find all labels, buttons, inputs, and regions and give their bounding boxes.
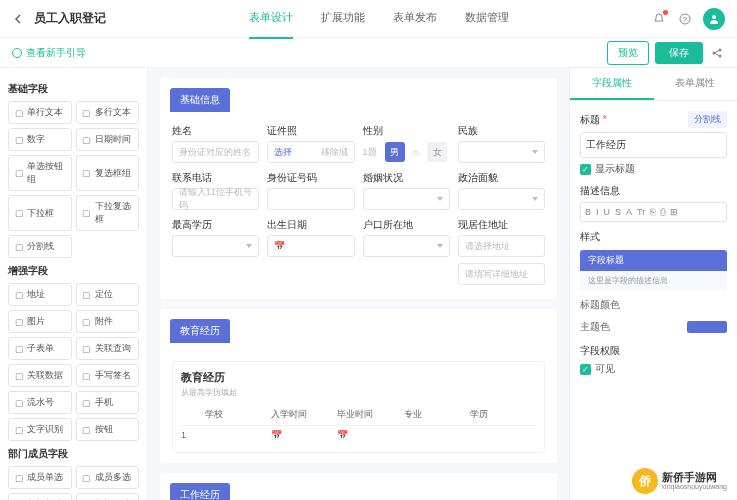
- radio-option[interactable]: 男: [385, 142, 405, 162]
- form-field[interactable]: 身份证号码: [267, 171, 354, 210]
- section-header[interactable]: 工作经历: [170, 483, 230, 500]
- table-head: 学校 入学时间 毕业时间 专业 学历: [181, 404, 536, 426]
- form-field[interactable]: 政治面貌: [458, 171, 545, 210]
- notification-dot: [663, 10, 668, 15]
- theme-color-swatch[interactable]: [687, 321, 727, 333]
- field-chip[interactable]: ▢单选按钮组: [8, 155, 72, 191]
- subform-hint: 从最高学历填起: [181, 387, 536, 398]
- field-chip[interactable]: ▢部门单选: [8, 493, 72, 500]
- form-field[interactable]: 户口所在地: [363, 218, 450, 285]
- field-chip[interactable]: ▢单行文本: [8, 101, 72, 124]
- share-icon[interactable]: [709, 45, 725, 61]
- field-chip[interactable]: ▢定位: [76, 283, 140, 306]
- text-input[interactable]: 身份证对应的姓名: [172, 141, 259, 163]
- toolbar-item[interactable]: B: [585, 207, 591, 217]
- field-chip[interactable]: ▢多行文本: [76, 101, 140, 124]
- field-chip[interactable]: ▢成员多选: [76, 466, 140, 489]
- back-icon[interactable]: [12, 12, 26, 26]
- text-input[interactable]: [267, 188, 354, 210]
- radio-option[interactable]: 女: [427, 142, 447, 162]
- visible-checkbox[interactable]: ✓ 可见: [580, 362, 727, 376]
- section-header[interactable]: 教育经历: [170, 319, 230, 343]
- field-chip[interactable]: ▢下拉复选框: [76, 195, 140, 231]
- subform-education[interactable]: 教育经历 从最高学历填起 学校 入学时间 毕业时间 专业 学历 1 📅: [172, 361, 545, 453]
- style-preview-title[interactable]: 字段标题: [580, 250, 727, 271]
- field-chip[interactable]: ▢流水号: [8, 391, 72, 414]
- cell-start[interactable]: 📅: [271, 430, 337, 440]
- toolbar-item[interactable]: A: [626, 207, 632, 217]
- field-chip[interactable]: ▢按钮: [76, 418, 140, 441]
- form-field[interactable]: 性别1题男○女: [363, 124, 450, 163]
- field-chip[interactable]: ▢子表单: [8, 337, 72, 360]
- date-input[interactable]: 📅: [267, 235, 354, 257]
- form-field[interactable]: 现居住地址请选择地址请填写详细地址: [458, 218, 545, 285]
- text-input[interactable]: 请选择地址: [458, 235, 545, 257]
- toolbar-item[interactable]: ⎘: [650, 207, 655, 217]
- toolbar-item[interactable]: U: [604, 207, 611, 217]
- tab-data[interactable]: 数据管理: [465, 0, 509, 39]
- toolbar-item[interactable]: S: [615, 207, 621, 217]
- form-field[interactable]: 出生日期 📅: [267, 218, 354, 285]
- field-icon: ▢: [14, 398, 24, 408]
- text-input[interactable]: 请填写详细地址: [458, 263, 545, 285]
- show-title-checkbox[interactable]: ✓ 显示标题: [580, 162, 727, 176]
- field-chip[interactable]: ▢关联数据: [8, 364, 72, 387]
- form-field[interactable]: 民族: [458, 124, 545, 163]
- select-input[interactable]: [363, 235, 450, 257]
- title-input[interactable]: 工作经历: [580, 132, 727, 158]
- select-input[interactable]: [458, 141, 545, 163]
- field-chip[interactable]: ▢手机: [76, 391, 140, 414]
- toolbar-item[interactable]: ⎙: [660, 207, 665, 217]
- field-chip[interactable]: ▢图片: [8, 310, 72, 333]
- bell-icon[interactable]: [651, 11, 667, 27]
- tab-design[interactable]: 表单设计: [249, 0, 293, 39]
- field-chip[interactable]: ▢手写签名: [76, 364, 140, 387]
- upload-field[interactable]: 选择 移除域: [267, 141, 354, 163]
- form-field[interactable]: 姓名身份证对应的姓名: [172, 124, 259, 163]
- field-icon: ▢: [14, 344, 24, 354]
- field-icon: ▢: [82, 108, 92, 118]
- field-icon: ▢: [82, 135, 92, 145]
- field-chip[interactable]: ▢下拉框: [8, 195, 72, 231]
- form-field[interactable]: 最高学历: [172, 218, 259, 285]
- toolbar-item[interactable]: I: [596, 207, 599, 217]
- tab-publish[interactable]: 表单发布: [393, 0, 437, 39]
- tab-extend[interactable]: 扩展功能: [321, 0, 365, 39]
- field-label: 复选框组: [95, 167, 131, 180]
- save-button[interactable]: 保存: [655, 42, 703, 64]
- field-chip[interactable]: ▢成员单选: [8, 466, 72, 489]
- checkbox-icon: ✓: [580, 164, 591, 175]
- field-chip[interactable]: ▢关联查询: [76, 337, 140, 360]
- avatar[interactable]: [703, 8, 725, 30]
- form-field[interactable]: 婚姻状况: [363, 171, 450, 210]
- table-row[interactable]: 1 📅 📅: [181, 426, 536, 444]
- field-chip[interactable]: ▢部门多选: [76, 493, 140, 500]
- cell-end[interactable]: 📅: [337, 430, 403, 440]
- tab-field-props[interactable]: 字段属性: [570, 68, 654, 100]
- divider-button[interactable]: 分割线: [688, 111, 727, 128]
- form-field[interactable]: 联系电话请输入11位手机号码: [172, 171, 259, 210]
- toolbar-item[interactable]: ⊞: [670, 207, 678, 217]
- row-idx: 1: [181, 430, 205, 440]
- tab-form-props[interactable]: 表单属性: [654, 68, 738, 100]
- select-input[interactable]: [458, 188, 545, 210]
- select-input[interactable]: [172, 235, 259, 257]
- field-chip[interactable]: ▢附件: [76, 310, 140, 333]
- help-icon[interactable]: ?: [677, 11, 693, 27]
- text-input[interactable]: 请输入11位手机号码: [172, 188, 259, 210]
- field-chip[interactable]: ▢文字识别: [8, 418, 72, 441]
- form-field[interactable]: 证件照选择 移除域: [267, 124, 354, 163]
- field-icon: ▢: [82, 208, 92, 218]
- field-chip[interactable]: ▢日期时间: [76, 128, 140, 151]
- field-chip[interactable]: ▢地址: [8, 283, 72, 306]
- guide-link[interactable]: 查看新手引导: [12, 46, 86, 60]
- field-label: 日期时间: [95, 133, 131, 146]
- section-header[interactable]: 基础信息: [170, 88, 230, 112]
- select-input[interactable]: [363, 188, 450, 210]
- field-chip[interactable]: ▢分割线: [8, 235, 72, 258]
- header-actions: ?: [651, 8, 725, 30]
- field-chip[interactable]: ▢复选框组: [76, 155, 140, 191]
- field-chip[interactable]: ▢数字: [8, 128, 72, 151]
- preview-button[interactable]: 预览: [607, 41, 649, 65]
- toolbar-item[interactable]: Tr: [637, 207, 645, 217]
